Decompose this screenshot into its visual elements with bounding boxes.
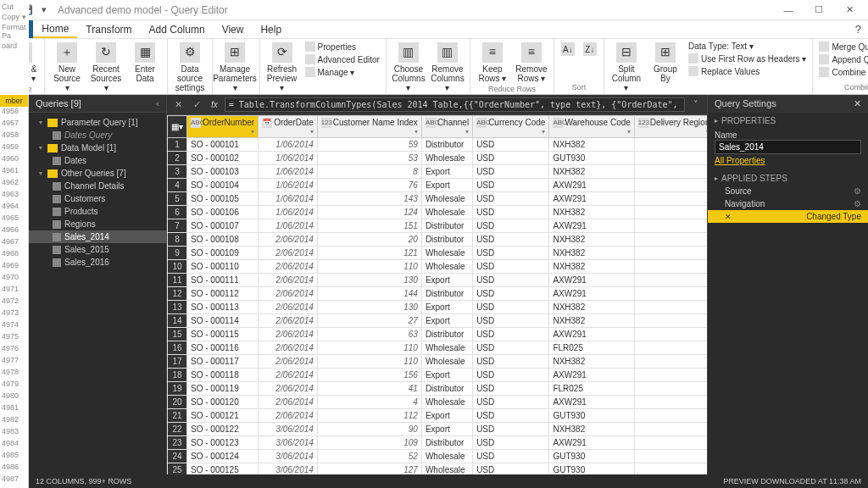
- tab-view[interactable]: View: [214, 20, 253, 38]
- cell[interactable]: USD: [473, 179, 549, 192]
- close-button[interactable]: ✕: [834, 0, 865, 20]
- cell[interactable]: 2/06/2014: [259, 301, 318, 314]
- cell[interactable]: USD: [473, 355, 549, 369]
- cell[interactable]: 2/06/2014: [259, 396, 318, 409]
- cell[interactable]: Distributor: [421, 436, 472, 450]
- accept-formula-button[interactable]: ✓: [189, 97, 204, 113]
- recent-sources-button[interactable]: ↻Recent Sources ▾: [87, 41, 125, 94]
- row-header[interactable]: 11: [168, 274, 187, 287]
- cell[interactable]: 2/06/2014: [259, 409, 318, 423]
- cell[interactable]: NXH382: [549, 233, 634, 247]
- refresh-preview-button[interactable]: ⟳Refresh Preview ▾: [264, 41, 301, 94]
- cell[interactable]: SO - 000121: [187, 409, 259, 423]
- cell[interactable]: 1/06/2014: [259, 152, 318, 165]
- cell[interactable]: NXH382: [549, 260, 634, 274]
- cell[interactable]: [634, 179, 707, 192]
- cell[interactable]: FLR025: [549, 382, 634, 396]
- cell[interactable]: 143: [317, 192, 421, 206]
- cell[interactable]: SO - 000105: [187, 192, 259, 206]
- cell[interactable]: SO - 000103: [187, 165, 259, 179]
- cell[interactable]: NXH382: [549, 165, 634, 179]
- formula-input[interactable]: [225, 97, 685, 112]
- cell[interactable]: [634, 423, 707, 436]
- cell[interactable]: 110: [317, 355, 421, 369]
- cell[interactable]: Wholesale: [421, 396, 472, 409]
- remove-rows-button[interactable]: ≡Remove Rows ▾: [513, 41, 550, 85]
- cell[interactable]: Wholesale: [421, 260, 472, 274]
- cell[interactable]: Export: [421, 179, 472, 192]
- cell[interactable]: SO - 000111: [187, 274, 259, 287]
- cell[interactable]: 3/06/2014: [259, 463, 318, 474]
- cell[interactable]: Distributor: [421, 328, 472, 341]
- cell[interactable]: [634, 328, 707, 341]
- first-row-headers-button[interactable]: Use First Row as Headers ▾: [686, 53, 809, 64]
- cell[interactable]: GUT930: [549, 409, 634, 423]
- cell[interactable]: 8: [317, 165, 421, 179]
- row-header[interactable]: 23: [168, 436, 187, 450]
- gear-icon[interactable]: ⚙: [854, 199, 861, 208]
- group-by-button[interactable]: ⊞Group By: [647, 41, 684, 85]
- row-header[interactable]: 24: [168, 450, 187, 463]
- row-header[interactable]: 20: [168, 396, 187, 409]
- cell[interactable]: 2/06/2014: [259, 247, 318, 260]
- cell[interactable]: GUT930: [549, 450, 634, 463]
- cell[interactable]: SO - 000110: [187, 260, 259, 274]
- query-item-dates[interactable]: Dates: [29, 154, 166, 167]
- row-header[interactable]: 2: [168, 152, 187, 165]
- query-group-data-model[interactable]: Data Model [1]: [29, 141, 166, 154]
- combine-files-button[interactable]: Combine Files: [816, 66, 868, 78]
- cell[interactable]: Wholesale: [421, 206, 472, 219]
- row-header[interactable]: 15: [168, 328, 187, 341]
- cell[interactable]: 3/06/2014: [259, 436, 318, 450]
- cell[interactable]: 1/06/2014: [259, 219, 318, 233]
- cell[interactable]: Export: [421, 409, 472, 423]
- cell[interactable]: USD: [473, 301, 549, 314]
- split-column-button[interactable]: ⊟Split Column ▾: [608, 41, 645, 94]
- row-header[interactable]: 6: [168, 206, 187, 219]
- cell[interactable]: USD: [473, 423, 549, 436]
- cell[interactable]: [634, 260, 707, 274]
- row-header[interactable]: 25: [168, 463, 187, 474]
- append-queries-button[interactable]: Append Queries ▾: [816, 53, 868, 65]
- cell[interactable]: NXH382: [549, 301, 634, 314]
- query-item[interactable]: Customers: [29, 192, 166, 205]
- cell[interactable]: SO - 000108: [187, 233, 259, 247]
- row-header[interactable]: 18: [168, 369, 187, 382]
- cell[interactable]: NXH382: [549, 423, 634, 436]
- cell[interactable]: USD: [473, 274, 549, 287]
- cell[interactable]: USD: [473, 382, 549, 396]
- cell[interactable]: 156: [317, 369, 421, 382]
- cell[interactable]: [634, 341, 707, 355]
- cell[interactable]: [634, 192, 707, 206]
- cell[interactable]: AXW291: [549, 369, 634, 382]
- cell[interactable]: 130: [317, 301, 421, 314]
- row-header[interactable]: 3: [168, 165, 187, 179]
- cell[interactable]: Export: [421, 301, 472, 314]
- cell[interactable]: Wholesale: [421, 247, 472, 260]
- cell[interactable]: 2/06/2014: [259, 233, 318, 247]
- query-item-dates-query[interactable]: Dates Query: [29, 129, 166, 141]
- column-header[interactable]: 123Customer Name Index▾: [317, 116, 421, 138]
- cell[interactable]: SO - 000114: [187, 314, 259, 328]
- column-header[interactable]: ABCWarehouse Code▾: [549, 116, 634, 138]
- cell[interactable]: NXH382: [549, 138, 634, 152]
- row-corner[interactable]: ▦▾: [168, 116, 187, 138]
- cell[interactable]: Wholesale: [421, 341, 472, 355]
- cell[interactable]: NXH382: [549, 247, 634, 260]
- merge-queries-button[interactable]: Merge Queries ▾: [816, 41, 868, 53]
- cell[interactable]: 52: [317, 450, 421, 463]
- qat-dropdown-icon[interactable]: ▾: [37, 3, 51, 17]
- cell[interactable]: Export: [421, 165, 472, 179]
- cell[interactable]: USD: [473, 450, 549, 463]
- maximize-button[interactable]: ☐: [804, 0, 834, 20]
- row-header[interactable]: 21: [168, 409, 187, 423]
- cell[interactable]: 110: [317, 260, 421, 274]
- cell[interactable]: Distributor: [421, 219, 472, 233]
- cell[interactable]: USD: [473, 138, 549, 152]
- cell[interactable]: [634, 382, 707, 396]
- cell[interactable]: AXW291: [549, 219, 634, 233]
- row-header[interactable]: 10: [168, 260, 187, 274]
- cell[interactable]: USD: [473, 287, 549, 301]
- enter-data-button[interactable]: ▦Enter Data: [126, 41, 164, 85]
- cell[interactable]: AXW291: [549, 179, 634, 192]
